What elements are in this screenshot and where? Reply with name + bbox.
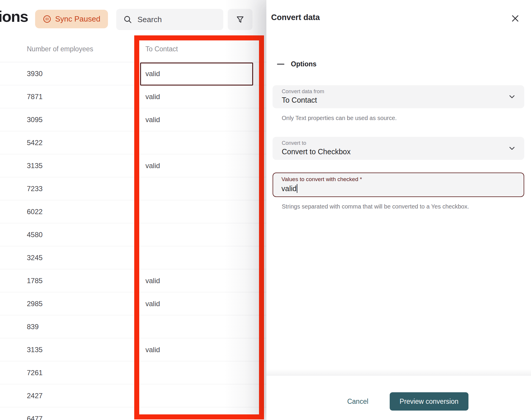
cell-employees[interactable]: 6022 [27,200,115,223]
cell-employees[interactable]: 7233 [27,177,115,200]
cell-employees[interactable]: 3245 [27,246,115,269]
table-row: 6022 [0,200,266,223]
options-section-label: Options [291,60,317,68]
values-to-convert-input[interactable]: Values to convert with checked * valid [273,173,524,197]
convert-from-value: To Contact [282,96,504,104]
cell-employees[interactable]: 3135 [27,154,115,177]
values-to-convert-value: valid [281,184,296,193]
convert-from-select[interactable]: Convert data from To Contact [273,85,524,108]
search-input[interactable] [116,9,223,30]
cell-to-contact[interactable] [145,223,252,246]
table-row: 7871 valid [0,85,266,108]
convert-from-label: Convert data from [282,88,504,95]
chevron-down-icon [508,93,516,101]
values-to-convert-label: Values to convert with checked * [281,176,515,183]
column-header-employees[interactable]: Number of employees [27,45,93,53]
cell-to-contact[interactable] [145,407,252,420]
records-pane: ions Sync Paused Number of employees To [0,0,266,420]
cell-to-contact[interactable]: valid [145,62,252,85]
convert-to-select[interactable]: Convert to Convert to Checkbox [273,137,524,160]
table-row: 2985 valid [0,292,266,315]
search-icon [123,15,132,24]
cell-to-contact[interactable]: valid [145,108,252,131]
cell-employees[interactable]: 3095 [27,108,115,131]
table-body: 3930 valid 7871 valid 3095 valid 5422 31… [0,62,266,420]
cell-to-contact[interactable] [145,246,252,269]
cancel-button[interactable]: Cancel [347,398,368,406]
convert-to-value: Convert to Checkbox [282,147,504,156]
table-row: 6477 [0,407,266,420]
table-row: 1785 valid [0,269,266,292]
cell-employees[interactable]: 2985 [27,292,115,315]
chevron-down-icon [508,145,516,152]
convert-data-panel: Convert data Options Convert data from T… [266,0,531,420]
cell-to-contact[interactable] [145,177,252,200]
cell-to-contact[interactable] [145,200,252,223]
table-row: 5422 [0,131,266,154]
cell-employees[interactable]: 3930 [27,62,115,85]
cell-employees[interactable]: 5422 [27,131,115,154]
sync-badge-label: Sync Paused [55,14,100,24]
cell-to-contact[interactable]: valid [145,292,252,315]
column-header-to-contact[interactable]: To Contact [145,45,178,53]
cell-to-contact[interactable]: valid [145,338,252,361]
cell-employees[interactable]: 7871 [27,85,115,108]
funnel-icon [235,15,245,24]
table-row: 3135 valid [0,338,266,361]
cell-employees[interactable]: 839 [27,315,115,338]
cell-to-contact[interactable] [145,315,252,338]
table-row: 7261 [0,361,266,384]
cell-to-contact[interactable]: valid [145,85,252,108]
cell-employees[interactable]: 1785 [27,269,115,292]
cell-to-contact[interactable] [145,131,252,154]
table-row: 7233 [0,177,266,200]
table-row: 3095 valid [0,108,266,131]
cell-to-contact[interactable]: valid [145,269,252,292]
cell-employees[interactable]: 4580 [27,223,115,246]
pause-circle-icon [43,15,51,23]
sync-paused-badge[interactable]: Sync Paused [35,10,108,28]
preview-conversion-button[interactable]: Preview conversion [390,392,468,411]
close-icon [511,14,520,23]
close-button[interactable] [509,12,521,24]
table-row: 2427 [0,384,266,407]
cell-to-contact[interactable] [145,361,252,384]
panel-title: Convert data [271,13,320,22]
cell-employees[interactable]: 7261 [27,361,115,384]
table-row: 3245 [0,246,266,269]
page-title-fragment: ions [0,8,28,25]
options-section-toggle[interactable]: Options [277,60,317,68]
cell-employees[interactable]: 2427 [27,384,115,407]
search-text-field[interactable] [137,15,217,24]
values-to-convert-hint: Strings separated with comma that will b… [282,203,469,210]
collapse-minus-icon [277,64,284,65]
filter-button[interactable] [228,9,253,30]
cell-employees[interactable]: 6477 [27,407,115,420]
table-row: 3930 valid [0,62,266,85]
text-cursor [297,184,297,193]
footer-divider [266,369,531,376]
panel-footer: Cancel Preview conversion [266,392,531,411]
table-row: 4580 [0,223,266,246]
convert-from-hint: Only Text properties can be used as sour… [282,115,397,122]
cell-to-contact[interactable]: valid [145,154,252,177]
convert-to-label: Convert to [282,140,504,146]
table-row: 839 [0,315,266,338]
cell-to-contact[interactable] [145,384,252,407]
table-row: 3135 valid [0,154,266,177]
cell-employees[interactable]: 3135 [27,338,115,361]
